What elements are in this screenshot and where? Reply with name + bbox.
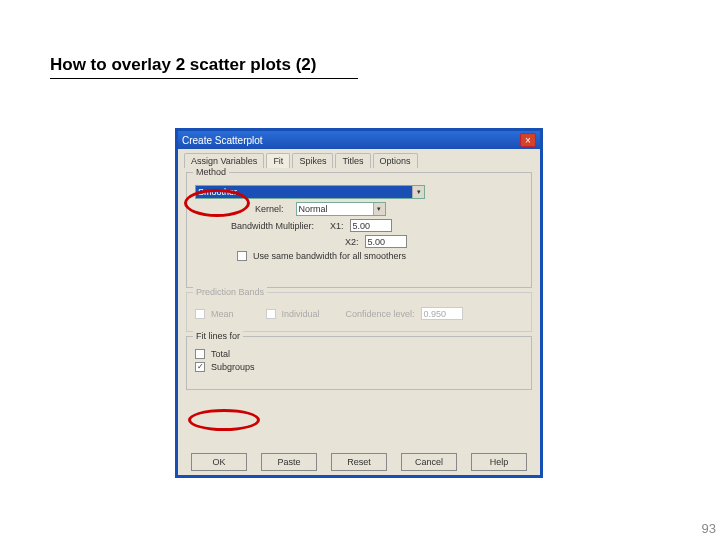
paste-button[interactable]: Paste [261, 453, 317, 471]
reset-button[interactable]: Reset [331, 453, 387, 471]
subgroups-checkbox[interactable]: ✓ [195, 362, 205, 372]
kernel-combo[interactable]: Normal ▾ [296, 202, 386, 216]
prediction-legend: Prediction Bands [193, 287, 267, 297]
cancel-button[interactable]: Cancel [401, 453, 457, 471]
subgroups-label: Subgroups [211, 362, 255, 372]
dialog-title: Create Scatterplot [182, 135, 520, 146]
x1-label: X1: [330, 221, 344, 231]
tab-titles[interactable]: Titles [335, 153, 370, 168]
chevron-down-icon: ▾ [412, 186, 424, 198]
button-row: OK Paste Reset Cancel Help [178, 453, 540, 471]
individual-checkbox [266, 309, 276, 319]
smoother-value: Smoother [198, 187, 237, 197]
confidence-label: Confidence level: [346, 309, 415, 319]
method-group: Method Smoother ▾ Kernel: Normal ▾ Bandw… [186, 172, 532, 288]
same-bandwidth-label: Use same bandwidth for all smoothers [253, 251, 406, 261]
kernel-label: Kernel: [255, 204, 284, 214]
smoother-combo[interactable]: Smoother ▾ [195, 185, 425, 199]
bandwidth-label: Bandwidth Multiplier: [231, 221, 314, 231]
tab-options[interactable]: Options [373, 153, 418, 168]
x2-label: X2: [345, 237, 359, 247]
total-label: Total [211, 349, 230, 359]
titlebar: Create Scatterplot × [178, 131, 540, 149]
close-icon[interactable]: × [520, 133, 536, 147]
prediction-bands-group: Prediction Bands Mean Individual Confide… [186, 292, 532, 332]
x2-input[interactable]: 5.00 [365, 235, 407, 248]
mean-label: Mean [211, 309, 234, 319]
individual-label: Individual [282, 309, 320, 319]
title-underline [50, 78, 358, 79]
tab-spikes[interactable]: Spikes [292, 153, 333, 168]
help-button[interactable]: Help [471, 453, 527, 471]
same-bandwidth-checkbox[interactable] [237, 251, 247, 261]
tab-row: Assign Variables Fit Spikes Titles Optio… [178, 149, 540, 168]
method-legend: Method [193, 167, 229, 177]
dialog-window: Create Scatterplot × Assign Variables Fi… [175, 128, 543, 478]
page-number: 93 [702, 521, 716, 536]
tab-assign-variables[interactable]: Assign Variables [184, 153, 264, 168]
tab-fit[interactable]: Fit [266, 153, 290, 168]
total-checkbox[interactable] [195, 349, 205, 359]
slide-title: How to overlay 2 scatter plots (2) [50, 55, 316, 75]
ok-button[interactable]: OK [191, 453, 247, 471]
fit-lines-group: Fit lines for Total ✓ Subgroups [186, 336, 532, 390]
x1-input[interactable]: 5.00 [350, 219, 392, 232]
chevron-down-icon: ▾ [373, 203, 385, 215]
highlight-ellipse-subgroups [188, 409, 260, 431]
kernel-value: Normal [299, 204, 328, 214]
dialog-body: Assign Variables Fit Spikes Titles Optio… [178, 149, 540, 475]
mean-checkbox [195, 309, 205, 319]
fitlines-legend: Fit lines for [193, 331, 243, 341]
confidence-input: 0.950 [421, 307, 463, 320]
